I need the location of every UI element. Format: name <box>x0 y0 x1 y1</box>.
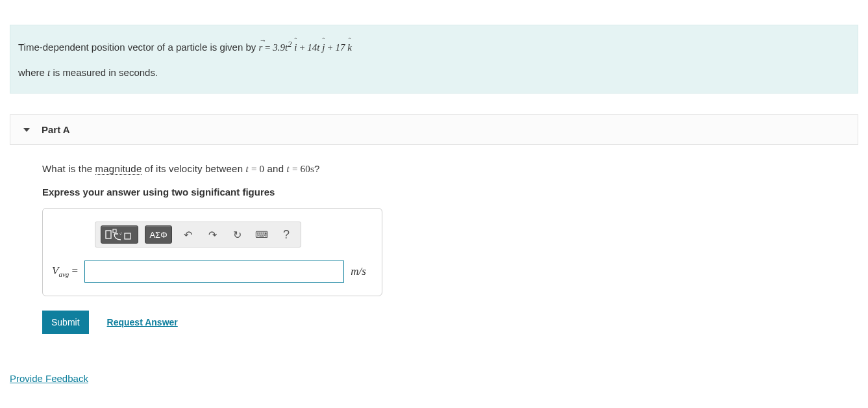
help-button[interactable]: ? <box>277 225 295 244</box>
units-label: m/s <box>351 265 366 278</box>
problem-line2-var: t <box>47 68 50 78</box>
question-underlined: magnitude <box>95 163 142 175</box>
svg-rect-3 <box>125 233 130 239</box>
reset-button[interactable]: ↻ <box>228 225 246 244</box>
undo-button[interactable]: ↶ <box>179 225 197 244</box>
problem-line2-suffix: is measured in seconds. <box>53 67 158 78</box>
keyboard-icon: ⌨ <box>255 229 268 240</box>
instruction: Express your answer using two significan… <box>42 186 858 198</box>
request-answer-link[interactable]: Request Answer <box>107 317 178 327</box>
svg-rect-0 <box>106 231 111 238</box>
redo-button[interactable]: ↷ <box>203 225 221 244</box>
keyboard-button[interactable]: ⌨ <box>253 225 271 244</box>
symbols-button[interactable]: ΑΣΦ <box>145 225 172 244</box>
equation-toolbar: √ ΑΣΦ ↶ ↷ ↻ ⌨ ? <box>95 222 301 248</box>
const-k: 17 <box>335 42 345 53</box>
svg-rect-1 <box>113 229 116 233</box>
problem-prefix: Time-dependent position vector of a part… <box>18 42 258 53</box>
question-text: What is the magnitude of its velocity be… <box>42 163 858 175</box>
part-title: Part A <box>42 124 70 135</box>
templates-button[interactable]: √ <box>101 225 138 244</box>
undo-icon: ↶ <box>184 229 192 241</box>
action-row: Submit Request Answer <box>42 311 858 334</box>
provide-feedback-link[interactable]: Provide Feedback <box>10 373 88 384</box>
var-main: V <box>52 264 58 277</box>
answer-box: √ ΑΣΦ ↶ ↷ ↻ ⌨ ? Vavg = m/s <box>42 208 382 296</box>
problem-statement: Time-dependent position vector of a part… <box>10 25 858 94</box>
coeff-j: 14 <box>307 42 317 53</box>
question-prefix: What is the <box>42 163 95 174</box>
help-icon: ? <box>283 228 290 242</box>
equation: r→ = 3.9t2 iˆ + 14t jˆ + 17 kˆ <box>258 42 351 53</box>
t1-lhs: t <box>287 164 290 174</box>
reset-icon: ↻ <box>233 229 242 241</box>
var-sub: avg <box>58 271 69 279</box>
answer-input[interactable] <box>84 261 344 283</box>
redo-icon: ↷ <box>208 229 217 241</box>
exp-i: 2 <box>288 40 291 49</box>
equals: = <box>69 264 78 277</box>
question-and: and <box>264 163 286 174</box>
question-suffix: ? <box>314 163 320 174</box>
coeff-i: 3.9 <box>273 42 285 53</box>
t0-lhs: t <box>246 164 249 174</box>
svg-text:√: √ <box>119 232 122 236</box>
t1-rhs: 60s <box>301 164 314 174</box>
submit-button[interactable]: Submit <box>42 311 89 334</box>
part-a-header[interactable]: Part A <box>10 114 858 145</box>
chevron-down-icon <box>23 128 30 132</box>
question-mid: of its velocity between <box>142 163 245 174</box>
part-a-body: What is the magnitude of its velocity be… <box>10 145 858 334</box>
variable-label: Vavg = <box>52 264 78 278</box>
problem-line2-prefix: where <box>18 67 47 78</box>
